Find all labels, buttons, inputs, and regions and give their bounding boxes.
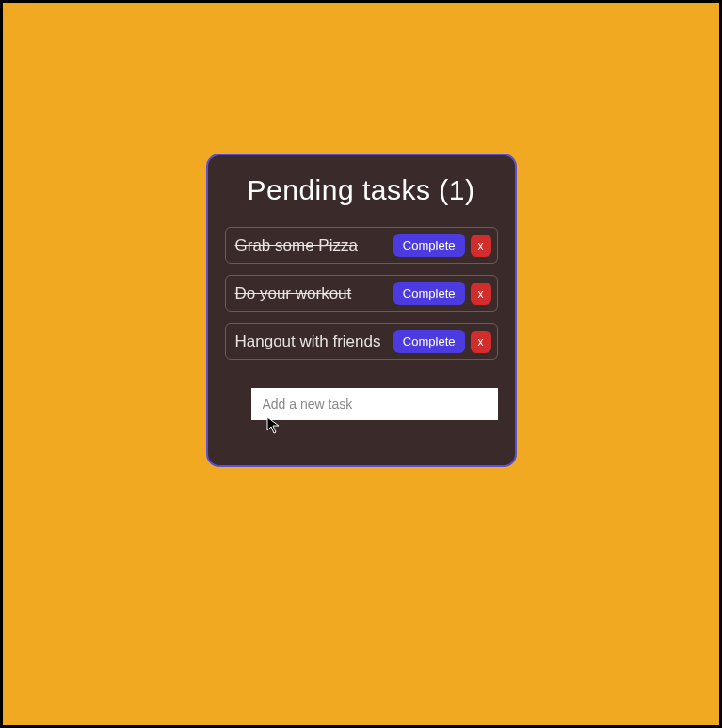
page-title: Pending tasks (1)	[225, 174, 498, 206]
complete-button[interactable]: Complete	[393, 234, 465, 257]
new-task-input[interactable]	[251, 388, 498, 420]
input-container	[225, 388, 498, 420]
delete-button[interactable]: x	[471, 235, 491, 257]
app-background: Pending tasks (1) Grab some Pizza Comple…	[3, 3, 719, 725]
complete-button[interactable]: Complete	[393, 330, 465, 353]
task-row: Grab some Pizza Complete x	[225, 227, 498, 264]
complete-button[interactable]: Complete	[393, 282, 465, 305]
delete-button[interactable]: x	[471, 331, 491, 353]
task-label: Do your workout	[235, 284, 388, 303]
task-row: Do your workout Complete x	[225, 275, 498, 312]
task-label: Hangout with friends	[235, 332, 388, 351]
task-label: Grab some Pizza	[235, 236, 388, 255]
task-row: Hangout with friends Complete x	[225, 323, 498, 360]
task-card: Pending tasks (1) Grab some Pizza Comple…	[206, 154, 517, 467]
delete-button[interactable]: x	[471, 283, 491, 305]
